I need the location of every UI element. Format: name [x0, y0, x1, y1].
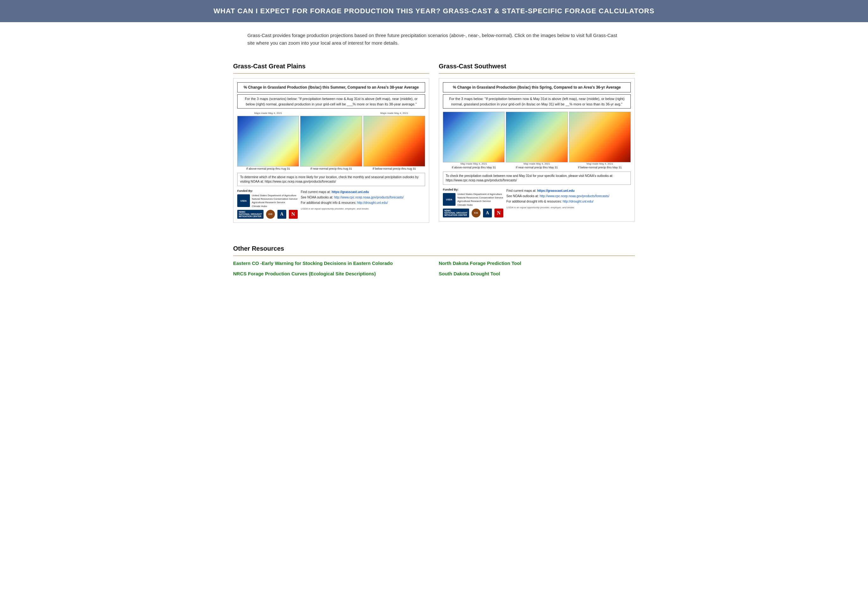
southwest-map-below: [569, 112, 631, 163]
intro-section: Grass-Cast provides forage production pr…: [228, 22, 640, 50]
great-plains-map-note: To determine which of the above maps is …: [237, 173, 425, 186]
great-plains-funded-links: Find current maps at: https://grasscast.…: [301, 189, 404, 211]
resource-link-nrcs[interactable]: NRCS Forage Production Curves (Ecologica…: [233, 271, 429, 276]
arizona-logo-sw: A: [483, 209, 492, 217]
southwest-map-near: [506, 112, 567, 163]
great-plains-map-below-label: If below-normal precip thru Aug 31: [363, 167, 425, 170]
southwest-card-title: % Change in Grassland Production (lbs/ac…: [443, 82, 631, 92]
sw-ts-near: Map made May 4, 2021: [506, 163, 567, 165]
logo-row-gp: NDMCNATIONAL DROUGHTMITIGATION CENTER CO…: [237, 210, 298, 219]
usda-name-gp: United States Department of Agriculture: [252, 194, 298, 197]
great-plains-timestamp-left: Maps made May 4, 2021: [237, 112, 299, 115]
usda-text-gp: United States Department of Agriculture …: [252, 194, 298, 208]
nebraska-logo-gp: N: [289, 210, 298, 219]
southwest-map-below-label: If below-normal precip thru May 31: [569, 166, 631, 169]
southwest-map-near-label: If near-normal precip thru May 31: [506, 166, 567, 169]
great-plains-map-above-label: If above-normal precip thru Aug 31: [237, 167, 299, 170]
southwest-funded-label: Funded By:: [443, 188, 503, 191]
southwest-funded-links: Find current maps at: https://grasscast.…: [506, 188, 609, 210]
arizona-logo-gp: A: [278, 210, 286, 219]
colorado-logo-gp: CO: [266, 210, 275, 219]
resource-link-eastern-co[interactable]: Eastern CO -Early Warning for Stocking D…: [233, 260, 429, 266]
main-content: Grass-Cast Great Plains % Change in Gras…: [220, 50, 648, 232]
other-resources-heading: Other Resources: [233, 245, 635, 252]
great-plains-map-above: [237, 116, 299, 167]
great-plains-maps-row: If above-normal precip thru Aug 31 If ne…: [237, 116, 425, 170]
other-resources-divider: [233, 256, 635, 256]
southwest-maps-row: Map made May 4, 2021 If above-normal pre…: [443, 112, 631, 169]
great-plains-heading: Grass-Cast Great Plains: [233, 63, 429, 70]
sw-ts-below: Map made May 4, 2021: [569, 163, 631, 165]
page-header: WHAT CAN I EXPECT FOR FORAGE PRODUCTION …: [0, 0, 868, 22]
usda-name-sw: United States Department of Agriculture: [458, 192, 503, 196]
grasscast-columns: Grass-Cast Great Plains % Change in Gras…: [233, 56, 635, 223]
grasscast-southwest-col: Grass-Cast Southwest % Change in Grassla…: [439, 56, 635, 223]
logo-row-sw: NDMCNATIONAL DROUGHTMITIGATION CENTER CO…: [443, 209, 503, 217]
grasscast-great-plains-col: Grass-Cast Great Plains % Change in Gras…: [233, 56, 429, 223]
great-plains-card-subtitle: For the 3 maps (scenarios) below: "If pr…: [237, 94, 425, 109]
usda-logo-sw: USDA: [443, 193, 456, 206]
great-plains-funded: Funded By: USDA United States Department…: [237, 189, 425, 219]
ndmc-logo-gp: NDMCNATIONAL DROUGHTMITIGATION CENTER: [237, 210, 264, 219]
great-plains-card-title: % Change in Grassland Production (lbs/ac…: [237, 82, 425, 92]
southwest-card-subtitle: For the 3 maps below: "If precipitation …: [443, 94, 631, 109]
resource-link-south-dakota[interactable]: South Dakota Drought Tool: [439, 271, 635, 276]
southwest-divider: [439, 73, 635, 74]
usda-agencies-gp: Natural Resources Conservation Service A…: [252, 197, 298, 208]
nebraska-logo-sw: N: [495, 209, 503, 217]
great-plains-timestamp-right: Maps made May 4, 2021: [363, 112, 425, 115]
great-plains-divider: [233, 73, 429, 74]
southwest-funded: Funded By: USDA United States Department…: [443, 188, 631, 217]
great-plains-funded-label: Funded By:: [237, 189, 298, 192]
southwest-map-above-label: If above-normal precip thru May 31: [443, 166, 505, 169]
resources-columns: Eastern CO -Early Warning for Stocking D…: [233, 260, 635, 276]
usda-logo-gp: USDA: [237, 194, 250, 207]
other-resources-section: Other Resources Eastern CO -Early Warnin…: [220, 232, 648, 286]
great-plains-map-near-label: If near-normal precip thru Aug 31: [300, 167, 362, 170]
usda-agencies-sw: Natural Resources Conservation Service A…: [458, 196, 503, 207]
great-plains-card[interactable]: % Change in Grassland Production (lbs/ac…: [233, 78, 429, 223]
resource-link-north-dakota[interactable]: North Dakota Forage Prediction Tool: [439, 260, 635, 266]
southwest-heading: Grass-Cast Southwest: [439, 63, 635, 70]
resources-left-col: Eastern CO -Early Warning for Stocking D…: [233, 260, 429, 276]
great-plains-map-near: [300, 116, 362, 167]
ndmc-logo-sw: NDMCNATIONAL DROUGHTMITIGATION CENTER: [443, 209, 469, 217]
resources-right-col: North Dakota Forage Prediction Tool Sout…: [439, 260, 635, 276]
colorado-logo-sw: CO: [472, 209, 480, 217]
great-plains-map-below: [363, 116, 425, 167]
intro-text: Grass-Cast provides forage production pr…: [247, 32, 621, 47]
southwest-card[interactable]: % Change in Grassland Production (lbs/ac…: [439, 78, 635, 222]
usda-text-sw: United States Department of Agriculture …: [458, 192, 503, 207]
southwest-map-above: [443, 112, 505, 163]
sw-ts-above: Map made May 4, 2021: [443, 163, 505, 165]
page-title: WHAT CAN I EXPECT FOR FORAGE PRODUCTION …: [13, 7, 855, 15]
southwest-map-note: To check the precipitation outlook betwe…: [443, 172, 631, 185]
